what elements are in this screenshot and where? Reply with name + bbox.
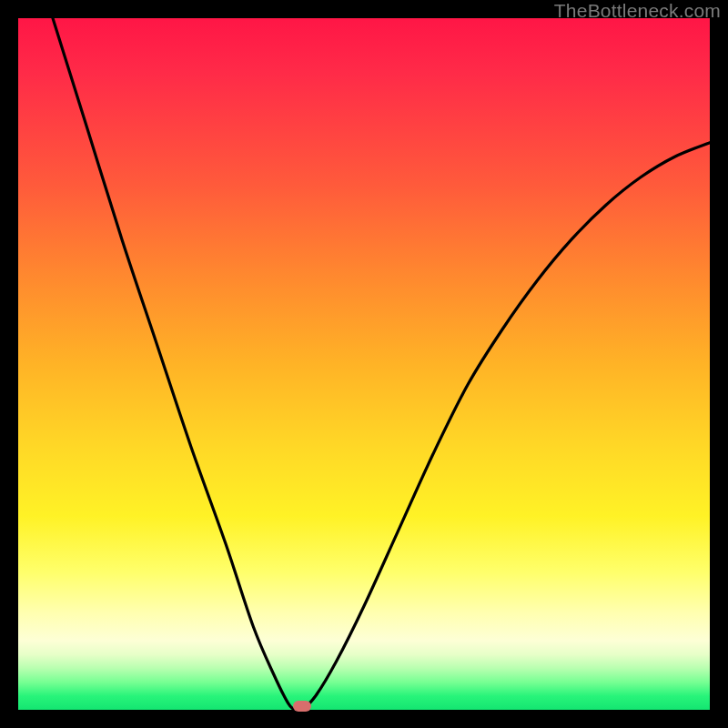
chart-frame: TheBottleneck.com xyxy=(0,0,728,728)
bottleneck-curve xyxy=(18,18,710,710)
plot-area xyxy=(18,18,710,710)
curve-path xyxy=(18,18,710,710)
watermark-text: TheBottleneck.com xyxy=(554,0,721,22)
optimal-point-marker xyxy=(293,701,311,712)
